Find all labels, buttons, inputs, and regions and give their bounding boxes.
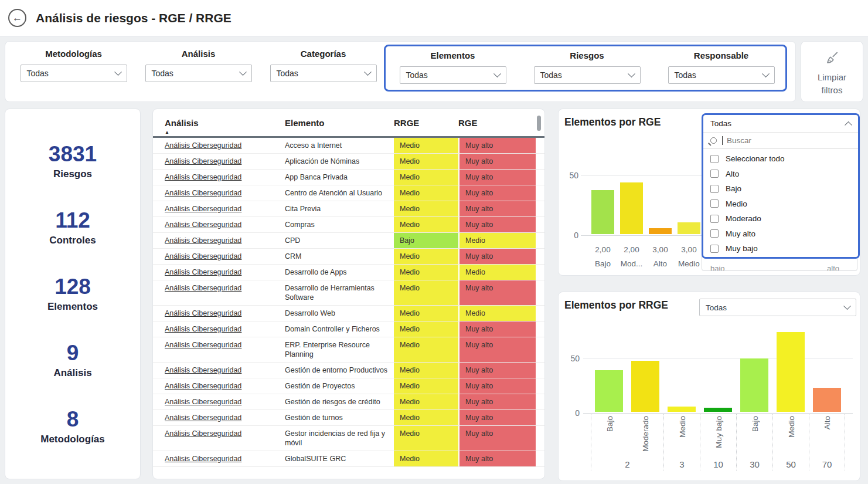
option-label: Medio <box>726 199 747 208</box>
bar[interactable] <box>620 182 643 234</box>
checkbox-unchecked-icon[interactable] <box>710 170 719 178</box>
column-header-elemento[interactable]: Elemento <box>285 118 394 135</box>
search-input[interactable] <box>727 136 826 145</box>
elemento-cell: Desarrollo Web <box>285 306 394 321</box>
analisis-link[interactable]: Análisis Ciberseguridad <box>165 221 241 229</box>
analisis-cell: Análisis Ciberseguridad <box>165 451 285 466</box>
analisis-link[interactable]: Análisis Ciberseguridad <box>165 455 241 463</box>
checkbox-unchecked-icon[interactable] <box>710 185 719 193</box>
analisis-link[interactable]: Análisis Ciberseguridad <box>165 429 241 438</box>
kpi-value: 128 <box>47 275 98 299</box>
rrge-cell: Medio <box>394 378 458 394</box>
slicer-option[interactable]: Moderado <box>703 211 858 226</box>
kpi-card: 3831 Riesgos <box>49 143 97 180</box>
slicer-option[interactable]: Alto <box>703 167 858 182</box>
analisis-cell: Análisis Ciberseguridad <box>165 170 285 185</box>
analisis-link[interactable]: Análisis Ciberseguridad <box>165 382 241 390</box>
analisis-link[interactable]: Análisis Ciberseguridad <box>165 189 241 197</box>
group-number-label: 2 <box>591 459 663 469</box>
text-cursor <box>722 136 723 145</box>
analisis-link[interactable]: Análisis Ciberseguridad <box>165 205 241 213</box>
rge-cell: Muy alto <box>458 337 536 362</box>
bar[interactable] <box>704 408 732 412</box>
analisis-select[interactable]: Todas <box>145 65 252 82</box>
rrge-cell: Medio <box>394 138 458 153</box>
x-axis-label: 2,00Bajo <box>588 243 617 271</box>
slicer-option[interactable]: Medio <box>703 197 858 212</box>
analisis-link[interactable]: Análisis Ciberseguridad <box>165 398 241 406</box>
back-button[interactable]: ← <box>8 9 26 27</box>
bar[interactable] <box>740 358 768 412</box>
checkbox-unchecked-icon[interactable] <box>710 215 719 223</box>
analisis-link[interactable]: Análisis Ciberseguridad <box>165 414 241 422</box>
categorias-select[interactable]: Todas <box>270 65 377 82</box>
bar[interactable] <box>668 407 696 412</box>
rrge-cell: Medio <box>394 426 458 451</box>
label-group: Muy bajo10 <box>700 414 736 471</box>
checkbox-unchecked-icon[interactable] <box>710 229 719 238</box>
bar[interactable] <box>777 332 805 412</box>
rrge-cell: Medio <box>394 337 458 362</box>
column-header-rge[interactable]: RGE <box>458 118 536 135</box>
slicer-option[interactable]: Bajo <box>703 181 858 197</box>
checkbox-unchecked-icon[interactable] <box>710 155 719 163</box>
bar[interactable] <box>631 361 659 412</box>
bar[interactable] <box>591 190 614 234</box>
checkbox-unchecked-icon[interactable] <box>710 245 719 253</box>
analisis-cell: Análisis Ciberseguridad <box>165 306 285 321</box>
kpi-label: Metodologías <box>40 434 105 445</box>
search-icon <box>710 137 717 144</box>
option-label: Muy bajo <box>726 244 758 253</box>
slicer-option[interactable]: Muy alto <box>703 226 858 242</box>
elemento-cell: Gestión de Proyectos <box>285 378 394 394</box>
analisis-link[interactable]: Análisis Ciberseguridad <box>165 341 241 349</box>
x-axis-label: 2,00Mod... <box>617 243 646 271</box>
category-label: Bajo <box>605 416 614 432</box>
x-axis-label: 3,00Alto <box>646 243 675 271</box>
slicer-option[interactable]: Muy bajo <box>703 241 858 256</box>
table-header: Análisis ▲ Elemento RRGE RGE <box>153 109 544 138</box>
column-header-rrge[interactable]: RRGE <box>394 118 458 135</box>
filter-label: Elementos <box>386 50 520 60</box>
bar[interactable] <box>649 228 672 234</box>
bar-cell <box>663 327 700 412</box>
highlighted-filter-group: Elementos Todas Riesgos Todas Responsabl… <box>384 45 787 92</box>
x-axis-line <box>583 413 853 414</box>
bar[interactable] <box>595 370 623 412</box>
bar[interactable] <box>678 222 700 234</box>
clear-filters-button[interactable]: Limpiar filtros <box>801 41 863 102</box>
analisis-link[interactable]: Análisis Ciberseguridad <box>165 236 241 245</box>
column-header-analisis[interactable]: Análisis ▲ <box>165 118 285 135</box>
rge-cell: Muy alto <box>458 426 536 451</box>
checkbox-unchecked-icon[interactable] <box>710 199 719 208</box>
elemento-cell: Domain Controller y Ficheros <box>285 321 394 337</box>
analisis-link[interactable]: Análisis Ciberseguridad <box>165 325 241 333</box>
table-row: Análisis Ciberseguridad CRM Medio Muy al… <box>153 249 544 265</box>
filter-bar: Metodologías Todas Análisis Todas Catego… <box>5 41 796 102</box>
analisis-link[interactable]: Análisis Ciberseguridad <box>165 268 241 276</box>
table-scrollbar-thumb[interactable] <box>537 116 541 131</box>
analisis-cell: Análisis Ciberseguridad <box>165 337 285 362</box>
analisis-link[interactable]: Análisis Ciberseguridad <box>165 309 241 317</box>
analisis-link[interactable]: Análisis Ciberseguridad <box>165 141 241 150</box>
analisis-link[interactable]: Análisis Ciberseguridad <box>165 252 241 260</box>
slicer-dropdown-header[interactable]: Todas <box>703 115 858 133</box>
analisis-link[interactable]: Análisis Ciberseguridad <box>165 173 241 181</box>
group-number-label: 70 <box>809 459 845 469</box>
elementos-select[interactable]: Todas <box>400 66 506 84</box>
riesgos-select[interactable]: Todas <box>534 66 641 84</box>
analisis-link[interactable]: Análisis Ciberseguridad <box>165 366 241 374</box>
elemento-cell: GlobalSUITE GRC <box>285 451 394 466</box>
table-row: Análisis Ciberseguridad Cita Previa Medi… <box>153 201 544 217</box>
table-row: Análisis Ciberseguridad Desarrollo de He… <box>153 280 544 306</box>
bar-cell <box>700 327 736 412</box>
elemento-cell: Acceso a Internet <box>285 138 394 153</box>
responsable-select[interactable]: Todas <box>668 66 775 84</box>
metodologias-select[interactable]: Todas <box>21 65 127 82</box>
analisis-link[interactable]: Análisis Ciberseguridad <box>165 157 241 165</box>
elemento-cell: Gestor incidencias de red fija y móvil <box>285 426 394 451</box>
rrge-cell: Medio <box>394 321 458 337</box>
analisis-link[interactable]: Análisis Ciberseguridad <box>165 284 241 292</box>
bar[interactable] <box>813 388 841 412</box>
slicer-option[interactable]: Seleccionar todo <box>703 151 858 167</box>
